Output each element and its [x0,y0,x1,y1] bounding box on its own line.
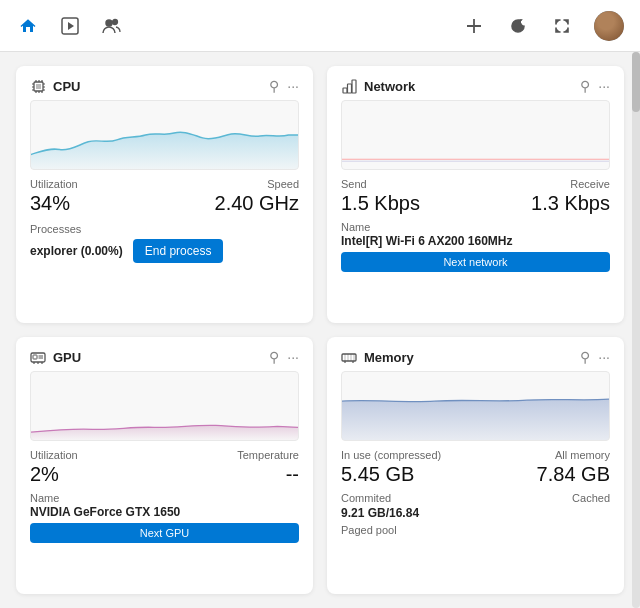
network-title-group: Network [341,78,415,94]
add-icon[interactable] [462,14,486,38]
memory-inuse-value: 5.45 GB [341,463,414,486]
cpu-speed-value: 2.40 GHz [215,192,299,217]
network-receive-value: 1.3 Kbps [531,192,610,217]
memory-inuse-label: In use (compressed) [341,449,441,461]
gpu-stats-values: 2% -- [30,463,299,488]
gpu-temperature-value: -- [286,463,299,488]
network-stats-labels: Send Receive [341,178,610,190]
network-receive-label: Receive [570,178,610,190]
cpu-stats-values: 34% 2.40 GHz [30,192,299,217]
network-pin-icon[interactable]: ⚲ [580,78,590,94]
network-chart [341,100,610,170]
cpu-processes-label: Processes [30,223,299,235]
network-more-icon[interactable]: ··· [598,78,610,94]
network-stats-values: 1.5 Kbps 1.3 Kbps [341,192,610,217]
memory-bottom-values: 9.21 GB/16.84 [341,506,610,520]
avatar[interactable] [594,11,624,41]
cpu-utilization-value: 34% [30,192,70,215]
cpu-process-name: explorer (0.00%) [30,244,123,258]
network-send-label: Send [341,178,367,190]
svg-rect-23 [33,355,37,359]
cpu-card: CPU ⚲ ··· Utilization S [16,66,313,323]
memory-pin-icon[interactable]: ⚲ [580,349,590,365]
cpu-icon [30,78,46,94]
cpu-speed-label: Speed [267,178,299,190]
gpu-title: GPU [53,350,81,365]
gpu-card-header: GPU ⚲ ··· [30,349,299,365]
next-network-button[interactable]: Next network [341,252,610,272]
cpu-more-icon[interactable]: ··· [287,78,299,94]
gpu-icon [30,349,46,365]
scrollbar[interactable] [632,52,640,608]
gpu-utilization-label: Utilization [30,449,78,461]
memory-stats-labels: In use (compressed) All memory [341,449,610,461]
gpu-temperature-label: Temperature [237,449,299,461]
nav-right [462,11,624,41]
cpu-utilization-label: Utilization [30,178,78,190]
memory-more-icon[interactable]: ··· [598,349,610,365]
network-card-header: Network ⚲ ··· [341,78,610,94]
play-icon[interactable] [58,14,82,38]
gpu-more-icon[interactable]: ··· [287,349,299,365]
scrollbar-thumb[interactable] [632,52,640,112]
home-icon[interactable] [16,14,40,38]
network-title: Network [364,79,415,94]
gpu-stats-labels: Utilization Temperature [30,449,299,461]
gpu-title-group: GPU [30,349,81,365]
gpu-pin-icon[interactable]: ⚲ [269,349,279,365]
gpu-utilization-value: 2% [30,463,59,486]
svg-point-2 [106,20,112,26]
network-actions: ⚲ ··· [580,78,610,94]
memory-card: Memory ⚲ ··· In use (compressed) [327,337,624,594]
network-adapter-name: Intel[R] Wi-Fi 6 AX200 160MHz [341,234,610,248]
memory-chart [341,371,610,441]
cpu-card-header: CPU ⚲ ··· [30,78,299,94]
network-name-label: Name [341,221,610,233]
cpu-processes-row: explorer (0.00%) End process [30,239,299,263]
svg-rect-18 [343,88,347,93]
memory-cached-label: Cached [572,492,610,504]
refresh-icon[interactable] [506,14,530,38]
memory-title-group: Memory [341,349,414,365]
svg-rect-19 [347,84,351,93]
memory-all-label: All memory [555,449,610,461]
cpu-title-group: CPU [30,78,80,94]
network-icon [341,78,357,94]
svg-marker-1 [68,22,74,30]
nav-left [16,14,124,38]
memory-actions: ⚲ ··· [580,349,610,365]
svg-point-3 [113,19,118,24]
svg-rect-5 [36,84,41,89]
network-card: Network ⚲ ··· Send Receive 1.5 Kbps 1.3 … [327,66,624,323]
cpu-stats-labels: Utilization Speed [30,178,299,190]
next-gpu-button[interactable]: Next GPU [30,523,299,543]
memory-bottom-labels: Commited Cached [341,492,610,504]
gpu-name-label: Name [30,492,299,504]
end-process-button[interactable]: End process [133,239,224,263]
cpu-title: CPU [53,79,80,94]
memory-committed-label: Commited [341,492,391,504]
expand-icon[interactable] [550,14,574,38]
people-icon[interactable] [100,14,124,38]
svg-rect-20 [352,80,356,93]
gpu-chart [30,371,299,441]
gpu-card: GPU ⚲ ··· Utilization Temper [16,337,313,594]
memory-stats-values: 5.45 GB 7.84 GB [341,463,610,488]
cpu-chart [30,100,299,170]
memory-icon [341,349,357,365]
memory-committed-value: 9.21 GB/16.84 [341,506,419,520]
cpu-actions: ⚲ ··· [269,78,299,94]
gpu-adapter-name: NVIDIA GeForce GTX 1650 [30,505,299,519]
main-grid: CPU ⚲ ··· Utilization S [0,52,640,608]
memory-card-header: Memory ⚲ ··· [341,349,610,365]
cpu-pin-icon[interactable]: ⚲ [269,78,279,94]
gpu-actions: ⚲ ··· [269,349,299,365]
top-bar [0,0,640,52]
memory-title: Memory [364,350,414,365]
network-send-value: 1.5 Kbps [341,192,420,215]
memory-paged-label: Paged pool [341,524,610,536]
memory-all-value: 7.84 GB [537,463,610,488]
